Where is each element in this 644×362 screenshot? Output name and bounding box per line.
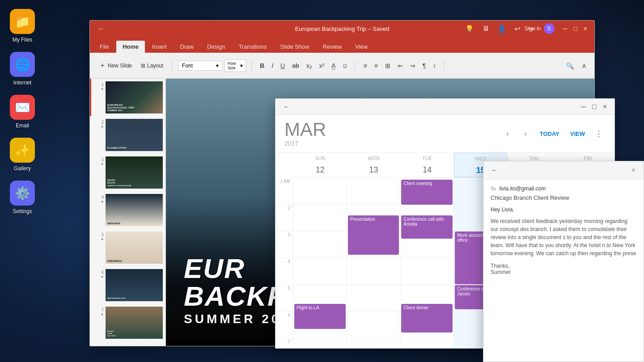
tab-draw[interactable]: Draw — [174, 41, 200, 53]
ppt-ribbon-tabs: File Home Insert Draw Design Transitions… — [90, 37, 594, 53]
gallery-icon: ✨ — [10, 138, 35, 163]
email-back-button[interactable]: ← — [489, 165, 500, 175]
numbering-button[interactable]: ≡ — [372, 60, 381, 71]
bullets-button[interactable]: ≡ — [360, 60, 369, 71]
event-presentation[interactable]: Presentation — [348, 215, 399, 255]
person-button[interactable]: 👤 — [495, 24, 508, 34]
tab-file[interactable]: File — [93, 41, 115, 53]
ppt-titlebar: ← European Backpacking Trip – Saved 💡 🖥 … — [90, 21, 594, 37]
undo-button[interactable]: ↩ — [512, 24, 522, 34]
email-sign: Thanks, Summer — [491, 263, 636, 275]
event-conference-amelia[interactable]: Conference call with Amelia — [401, 215, 453, 239]
slide-item-2[interactable]: 2★ PLANNED STOPS — [90, 116, 165, 154]
sign-in-button[interactable]: Sign in S — [525, 23, 555, 34]
layout-button[interactable]: ⊞ Layout — [137, 61, 167, 71]
decrease-indent-button[interactable]: ⇐ — [395, 60, 406, 71]
sidebar-item-my-files[interactable]: 📁 My Files — [10, 9, 35, 43]
slide-thumbnail-5: FIONE D'IMOLLA — [106, 232, 163, 264]
tab-view[interactable]: View — [349, 41, 374, 53]
email-header: ← × — [483, 161, 644, 179]
sidebar-item-internet[interactable]: 🌐 Internet — [10, 52, 35, 86]
calendar-prev-button[interactable]: ‹ — [500, 126, 515, 141]
tab-transitions[interactable]: Transitions — [232, 41, 273, 53]
sidebar-item-settings[interactable]: ⚙️ Settings — [10, 181, 35, 215]
new-slide-button[interactable]: ＋ New Slide — [95, 59, 136, 72]
search-button[interactable]: 🔍 — [564, 60, 576, 71]
bold-button[interactable]: B — [257, 60, 267, 71]
slide-number-2: 2★ — [94, 119, 104, 129]
sidebar-item-label: Internet — [13, 80, 32, 86]
calendar-month-year: MAR 2017 — [284, 120, 500, 147]
calendar-col-tue: Client meeting Conference call with Amel… — [400, 178, 454, 348]
my-files-icon: 📁 — [10, 9, 35, 34]
slide-item-4[interactable]: 4★ HAUTE ROUTE — [90, 191, 165, 229]
tab-home[interactable]: Home — [116, 41, 145, 53]
slide-panel: 1★ EUROPEANBACKPACKING TRIPSUMMER 2017 2… — [90, 79, 166, 346]
tab-design[interactable]: Design — [201, 41, 231, 53]
text-direction-button[interactable]: ↕ — [430, 60, 439, 71]
calendar-header: MAR 2017 ‹ › TODAY VIEW ⋮ — [275, 115, 614, 153]
underline-button[interactable]: U — [278, 60, 288, 71]
sidebar: 📁 My Files 🌐 Internet ✉️ Email ✨ Gallery… — [0, 0, 45, 362]
monitor-button[interactable]: 🖥 — [480, 24, 491, 34]
sidebar-item-gallery[interactable]: ✨ Gallery — [10, 138, 35, 172]
lightbulb-button[interactable]: 💡 — [463, 24, 476, 34]
font-selector[interactable]: Font ▾ — [178, 61, 223, 71]
slide-thumbnail-4: HAUTE ROUTE — [106, 194, 163, 226]
strikethrough-button[interactable]: ab — [289, 60, 302, 71]
calendar-year: 2017 — [284, 140, 500, 147]
ppt-minimize-button[interactable]: ─ — [560, 24, 570, 33]
ppt-close-button[interactable]: × — [581, 24, 590, 33]
slide-item-5[interactable]: 5★ FIONE D'IMOLLA — [90, 229, 165, 266]
tab-review[interactable]: Review — [317, 41, 348, 53]
ppt-maximize-button[interactable]: □ — [571, 24, 580, 33]
ppt-ribbon: ＋ New Slide ⊞ Layout Font ▾ Font Size ▾ … — [90, 53, 594, 79]
slide-number-1: 1★ — [94, 81, 104, 91]
event-flight-to-la[interactable]: Flight to LA — [294, 304, 346, 329]
slide-number-7: 7★ — [94, 307, 104, 316]
calendar-minimize-button[interactable]: ─ — [579, 102, 588, 112]
email-window: ← × To livia.ito@gmail.com Chicago Branc… — [483, 161, 644, 362]
user-avatar: S — [544, 23, 555, 34]
tab-slide-show[interactable]: Slide Show — [274, 41, 316, 53]
calendar-titlebar: ← ─ □ × — [275, 99, 614, 115]
paragraph-marks-button[interactable]: ¶ — [420, 60, 429, 71]
ppt-title: European Backpacking Trip – Saved — [295, 25, 389, 32]
calendar-close-button[interactable]: × — [601, 102, 609, 112]
font-size-selector[interactable]: Font Size ▾ — [225, 59, 246, 72]
sidebar-item-label: Email — [16, 122, 29, 129]
slide-item-6[interactable]: 6★ MATTERHORN ETNA — [90, 266, 165, 304]
calendar-view-button[interactable]: VIEW — [567, 129, 589, 139]
ppt-back-button[interactable]: ← — [95, 24, 107, 33]
calendar-month: MAR — [284, 120, 500, 139]
columns-button[interactable]: ⊞ — [382, 60, 393, 71]
sidebar-item-email[interactable]: ✉️ Email — [10, 95, 35, 129]
slide-thumbnail-1: EUROPEANBACKPACKING TRIPSUMMER 2017 — [106, 81, 163, 114]
calendar-back-button[interactable]: ← — [281, 102, 292, 112]
italic-button[interactable]: I — [269, 60, 276, 71]
ppt-titlebar-left: ← — [95, 24, 107, 33]
email-body-text: We received client feedback yesterday mo… — [491, 217, 636, 257]
tab-insert[interactable]: Insert — [146, 41, 173, 53]
calendar-more-button[interactable]: ⋮ — [592, 127, 606, 140]
event-client-meeting[interactable]: Client meeting — [401, 180, 453, 205]
collapse-ribbon-button[interactable]: ∧ — [579, 60, 589, 71]
subscript-button[interactable]: x₂ — [304, 60, 315, 71]
font-color-button[interactable]: A̲ — [329, 60, 339, 71]
slide-item-1[interactable]: 1★ EUROPEANBACKPACKING TRIPSUMMER 2017 — [90, 79, 165, 116]
calendar-next-button[interactable]: › — [518, 126, 533, 141]
ribbon-group-slides: ＋ New Slide ⊞ Layout — [95, 59, 173, 72]
slide-item-7[interactable]: 7★ MOUNTETNASICILY ITALY — [90, 304, 165, 341]
calendar-maximize-button[interactable]: □ — [590, 102, 599, 112]
event-client-dinner[interactable]: Client dinner — [401, 304, 453, 333]
day-header-sun: SUN 12 — [293, 153, 347, 177]
increase-indent-button[interactable]: ⇒ — [407, 60, 418, 71]
email-close-button[interactable]: × — [629, 165, 638, 175]
highlight-button[interactable]: Ꞷ — [340, 60, 349, 71]
day-header-mon: MON 13 — [347, 153, 401, 177]
calendar-today-button[interactable]: TODAY — [536, 129, 563, 139]
ppt-window-controls: Sign in S ─ □ × — [525, 21, 590, 37]
email-icon: ✉️ — [10, 95, 35, 120]
superscript-button[interactable]: x² — [317, 60, 327, 71]
slide-item-3[interactable]: 3★ HAUTEROUTEFRANCE TO SWITZERLAND — [90, 154, 165, 191]
